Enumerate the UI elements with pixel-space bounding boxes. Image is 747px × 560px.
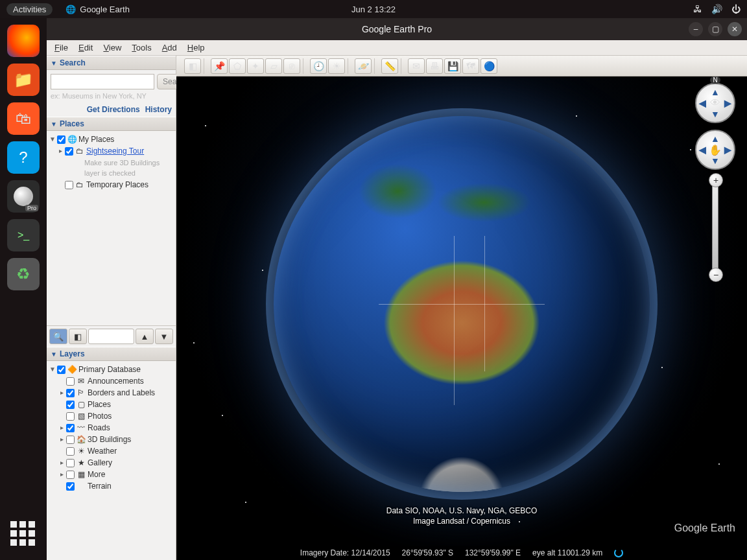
layer-row[interactable]: ▸🏠3D Buildings [49, 434, 173, 445]
panel-places-header[interactable]: ▼Places [47, 117, 176, 131]
record-tour-button[interactable]: ⎚ [283, 58, 300, 74]
checkbox[interactable] [66, 389, 75, 397]
zoom-slider[interactable]: + − [712, 179, 718, 276]
maximize-button[interactable]: ▢ [708, 22, 722, 36]
menu-help[interactable]: Help [187, 43, 205, 52]
checkbox[interactable] [66, 447, 75, 456]
checkbox[interactable] [66, 377, 75, 386]
add-placemark-button[interactable]: 📌 [211, 58, 228, 74]
my-places[interactable]: My Places [78, 134, 114, 145]
places-up-button[interactable]: ▲ [136, 329, 154, 344]
zoom-out-button[interactable]: − [709, 268, 723, 282]
menu-file[interactable]: File [54, 43, 68, 52]
move-down-icon[interactable]: ▼ [711, 156, 720, 166]
3d-viewer[interactable]: N ▲ ▼ ◀ ▶ 👁 ▲ ▼ ◀ ▶ ✋ + [176, 76, 747, 560]
dock-help[interactable]: ? [7, 141, 40, 174]
planet-button[interactable]: 🪐 [355, 58, 372, 74]
places-slider[interactable] [88, 329, 134, 344]
clock[interactable]: Jun 2 13:22 [351, 5, 396, 14]
checkbox[interactable] [66, 459, 75, 467]
layer-row[interactable]: ▸★Gallery [49, 457, 173, 469]
dock-software[interactable]: 🛍 [7, 102, 40, 135]
app-indicator[interactable]: 🌐 Google Earth [65, 5, 130, 14]
menu-view[interactable]: View [103, 43, 121, 52]
checkbox[interactable] [66, 401, 75, 409]
panel-search-header[interactable]: ▼Search [47, 56, 176, 70]
dock-firefox[interactable] [7, 25, 40, 57]
checkbox[interactable] [65, 147, 73, 156]
historical-imagery-button[interactable]: 🕘 [310, 58, 327, 74]
look-down-icon[interactable]: ▼ [711, 109, 720, 119]
power-icon[interactable]: ⏻ [731, 4, 741, 14]
save-image-button[interactable]: 💾 [444, 58, 461, 74]
history-link[interactable]: History [145, 105, 172, 114]
dock-trash[interactable]: ♻ [7, 258, 40, 290]
checkbox[interactable] [57, 135, 65, 144]
email-button[interactable]: ✉ [408, 58, 425, 74]
layer-row[interactable]: ▸〰Roads [49, 422, 173, 434]
activities-button[interactable]: Activities [6, 3, 53, 16]
volume-icon[interactable]: 🔊 [711, 4, 722, 14]
sightseeing-tour-link[interactable]: Sightseeing Tour [86, 146, 144, 156]
sky-button[interactable]: 🔵 [480, 58, 497, 74]
get-directions-link[interactable]: Get Directions [87, 105, 140, 114]
move-right-icon[interactable]: ▶ [724, 145, 731, 155]
layer-row[interactable]: ▸🏳Borders and Labels [49, 387, 173, 399]
print-button[interactable]: 🖶 [426, 58, 443, 74]
checkbox[interactable] [66, 482, 75, 491]
expander-icon[interactable]: ▸ [57, 146, 64, 156]
expander-icon[interactable]: ▸ [58, 458, 65, 468]
expander-icon[interactable]: ▼ [49, 134, 56, 145]
look-right-icon[interactable]: ▶ [724, 98, 731, 108]
expander-icon[interactable]: ▸ [58, 423, 65, 433]
expander-icon[interactable]: ▸ [58, 388, 65, 398]
expander-icon[interactable]: ▸ [58, 434, 65, 445]
move-left-icon[interactable]: ◀ [699, 145, 706, 155]
checkbox[interactable] [66, 412, 75, 421]
places-down-button[interactable]: ▼ [155, 329, 173, 344]
add-image-overlay-button[interactable]: ▱ [265, 58, 282, 74]
add-polygon-button[interactable]: ⬠ [229, 58, 246, 74]
layer-row[interactable]: ▢Places [49, 399, 173, 410]
show-applications[interactable] [10, 521, 36, 547]
dock-files[interactable]: 📁 [7, 64, 40, 96]
layer-row[interactable]: Terrain [49, 480, 173, 492]
dock-google-earth[interactable]: Pro [7, 180, 40, 213]
ruler-button[interactable]: 📏 [381, 58, 398, 74]
expander-icon[interactable]: ▼ [49, 364, 56, 375]
places-view-button[interactable]: ◧ [69, 329, 87, 344]
dock-terminal[interactable]: >_ [7, 219, 40, 251]
close-button[interactable]: ✕ [728, 22, 742, 36]
add-path-button[interactable]: ✦ [247, 58, 264, 74]
zoom-in-button[interactable]: + [709, 173, 723, 187]
checkbox[interactable] [66, 436, 75, 444]
network-status-icon[interactable]: 🖧 [693, 4, 702, 14]
temporary-places[interactable]: Temporary Places [86, 180, 148, 190]
menu-edit[interactable]: Edit [78, 43, 93, 52]
menu-add[interactable]: Add [162, 43, 177, 52]
look-joystick[interactable]: N ▲ ▼ ◀ ▶ 👁 [695, 83, 735, 123]
layer-row[interactable]: ▸▦More [49, 469, 173, 480]
layer-row[interactable]: ▧Photos [49, 410, 173, 422]
view-maps-button[interactable]: 🗺 [462, 58, 479, 74]
panel-layers-header[interactable]: ▼Layers [47, 347, 176, 361]
checkbox[interactable] [66, 471, 75, 479]
checkbox[interactable] [57, 366, 65, 374]
minimize-button[interactable]: – [689, 22, 703, 36]
move-up-icon[interactable]: ▲ [711, 134, 720, 144]
checkbox[interactable] [66, 424, 75, 432]
sunlight-button[interactable]: ☀ [328, 58, 345, 74]
layer-row[interactable]: ☀Weather [49, 445, 173, 457]
search-input[interactable] [51, 74, 154, 89]
move-joystick[interactable]: ▲ ▼ ◀ ▶ ✋ [695, 130, 735, 170]
look-left-icon[interactable]: ◀ [699, 98, 706, 108]
toggle-sidebar-button[interactable]: ◧ [184, 58, 201, 74]
layer-row[interactable]: ✉Announcements [49, 375, 173, 387]
menu-tools[interactable]: Tools [132, 43, 151, 52]
titlebar[interactable]: Google Earth Pro – ▢ ✕ [47, 18, 747, 40]
places-search-button[interactable]: 🔍 [49, 329, 67, 344]
look-up-icon[interactable]: ▲ [711, 87, 720, 97]
layer-row[interactable]: ▼🔶Primary Database [49, 364, 173, 375]
earth-globe[interactable] [274, 116, 650, 492]
expander-icon[interactable]: ▸ [58, 469, 65, 480]
